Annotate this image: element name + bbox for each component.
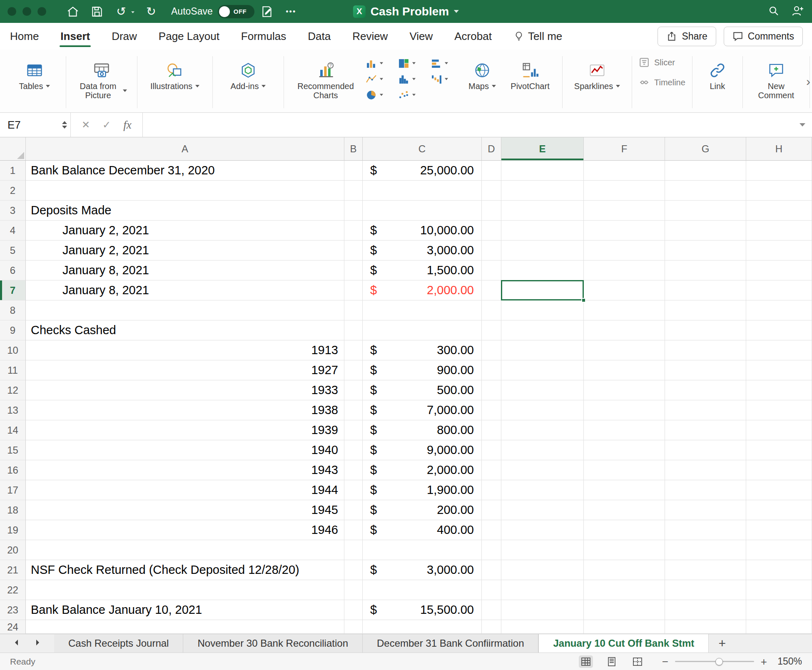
cell-H5[interactable] [746,241,812,261]
ribbon-tab-view[interactable]: View [408,24,433,49]
cell-A13[interactable]: 1938 [26,400,344,420]
cell-C18[interactable]: $200.00 [363,500,482,520]
cell-G2[interactable] [665,181,746,201]
cell-E19[interactable] [501,520,584,540]
cell-F21[interactable] [584,560,665,580]
cell-D7[interactable] [482,280,501,300]
cell-G5[interactable] [665,241,746,261]
insert-function-icon[interactable]: fx [123,119,132,132]
cell-G24[interactable] [665,620,746,634]
cell-F10[interactable] [584,340,665,360]
cell-G19[interactable] [665,520,746,540]
cell-E3[interactable] [501,201,584,221]
column-header-A[interactable]: A [26,137,344,161]
cell-F13[interactable] [584,400,665,420]
name-box[interactable]: E7 [0,113,71,137]
cell-G13[interactable] [665,400,746,420]
more-commands-icon[interactable]: ••• [284,5,298,18]
insert-line-chart-button[interactable] [364,71,396,87]
cell-C3[interactable] [363,201,482,221]
cell-H19[interactable] [746,520,812,540]
cell-F20[interactable] [584,540,665,560]
cell-H2[interactable] [746,181,812,201]
cell-H12[interactable] [746,380,812,400]
comments-button[interactable]: Comments [724,27,803,46]
maps-button[interactable]: Maps [462,54,502,92]
cell-D1[interactable] [482,161,501,181]
share-button[interactable]: Share [658,27,716,46]
cell-G6[interactable] [665,261,746,280]
zoom-slider[interactable] [675,661,754,662]
cell-F19[interactable] [584,520,665,540]
new-comment-button[interactable]: New Comment [747,54,805,101]
cell-D5[interactable] [482,241,501,261]
sheet-tab-cash-receipts-journal[interactable]: Cash Receipts Journal [54,634,183,653]
cell-C14[interactable]: $800.00 [363,420,482,440]
row-header-15[interactable]: 15 [0,440,26,460]
row-header-11[interactable]: 11 [0,360,26,380]
column-header-F[interactable]: F [584,137,665,161]
cell-B9[interactable] [344,320,363,340]
ribbon-tab-formulas[interactable]: Formulas [240,24,287,49]
row-header-10[interactable]: 10 [0,340,26,360]
formula-input[interactable] [143,113,812,137]
cell-B17[interactable] [344,480,363,500]
cell-H7[interactable] [746,280,812,300]
column-header-C[interactable]: C [363,137,482,161]
cell-E24[interactable] [501,620,584,634]
row-header-4[interactable]: 4 [0,221,26,241]
cell-H18[interactable] [746,500,812,520]
cell-F11[interactable] [584,360,665,380]
cell-A22[interactable] [26,580,344,600]
cell-D15[interactable] [482,440,501,460]
row-header-6[interactable]: 6 [0,261,26,280]
cell-E8[interactable] [501,300,584,320]
cell-D19[interactable] [482,520,501,540]
cell-C5[interactable]: $3,000.00 [363,241,482,261]
cell-A2[interactable] [26,181,344,201]
share-user-icon[interactable] [791,5,805,19]
row-header-23[interactable]: 23 [0,600,26,620]
cell-G20[interactable] [665,540,746,560]
sparklines-button[interactable]: Sparklines [567,54,628,92]
cell-E22[interactable] [501,580,584,600]
cell-D4[interactable] [482,221,501,241]
cell-C2[interactable] [363,181,482,201]
insert-pie-chart-button[interactable] [364,87,396,103]
cell-H16[interactable] [746,460,812,480]
cell-H21[interactable] [746,560,812,580]
cell-B23[interactable] [344,600,363,620]
cell-A3[interactable]: Deposits Made [26,201,344,221]
cell-B15[interactable] [344,440,363,460]
column-header-B[interactable]: B [344,137,363,161]
cell-E10[interactable] [501,340,584,360]
cell-A1[interactable]: Bank Balance December 31, 2020 [26,161,344,181]
cell-G4[interactable] [665,221,746,241]
cell-B22[interactable] [344,580,363,600]
cell-E15[interactable] [501,440,584,460]
select-all-corner[interactable] [0,137,26,161]
ribbon-tab-insert[interactable]: Insert [60,24,91,49]
cell-E6[interactable] [501,261,584,280]
ribbon-tab-acrobat[interactable]: Acrobat [453,24,493,49]
cell-A7[interactable]: January 8, 2021 [26,280,344,300]
cell-B5[interactable] [344,241,363,261]
ribbon-tab-tell-me[interactable]: Tell me [513,24,563,49]
zoom-out-icon[interactable]: − [662,656,668,667]
cell-E5[interactable] [501,241,584,261]
close-button[interactable] [7,7,16,16]
cancel-icon[interactable]: ✕ [82,119,90,131]
cell-D16[interactable] [482,460,501,480]
cell-D13[interactable] [482,400,501,420]
cell-C6[interactable]: $1,500.00 [363,261,482,280]
cell-H6[interactable] [746,261,812,280]
cell-G15[interactable] [665,440,746,460]
row-header-17[interactable]: 17 [0,480,26,500]
zoom-in-icon[interactable]: + [761,656,767,667]
insert-hierarchy-chart-button[interactable] [396,55,429,71]
cell-H4[interactable] [746,221,812,241]
cell-E12[interactable] [501,380,584,400]
cell-D23[interactable] [482,600,501,620]
sheet-nav-right-icon[interactable] [33,638,42,649]
minimize-button[interactable] [22,7,31,16]
